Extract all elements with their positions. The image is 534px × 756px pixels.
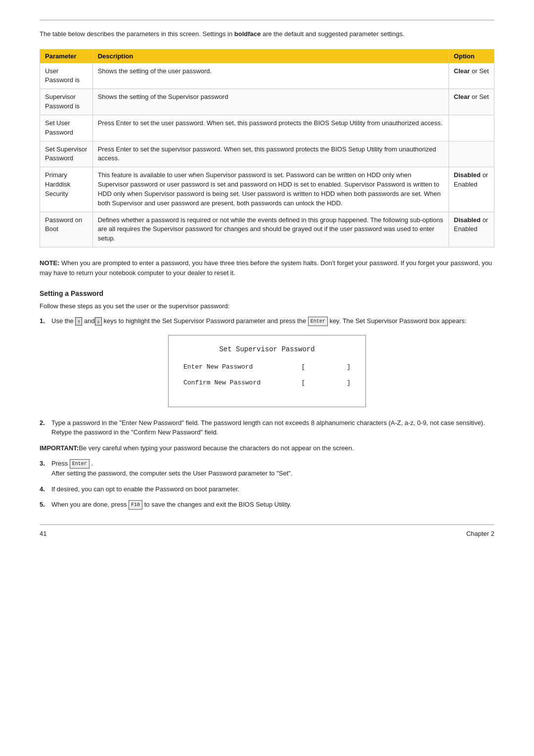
chapter-label: Chapter 2 bbox=[466, 530, 494, 537]
top-rule bbox=[40, 20, 494, 20]
option-set-supervisor-password bbox=[448, 141, 494, 167]
steps-list: 1. Use the ↑ and↓ keys to highlight the … bbox=[40, 316, 494, 326]
step-2-num: 2. bbox=[40, 418, 51, 437]
intro-text-before: The table below describes the parameters… bbox=[40, 30, 234, 38]
desc-password-on-boot: Defines whether a password is required o… bbox=[92, 212, 448, 247]
bracket-close-icon: ] bbox=[347, 363, 351, 371]
section-intro-text: Follow these steps as you set the user o… bbox=[40, 301, 494, 311]
password-confirm-bracket: [ ] bbox=[301, 379, 351, 387]
desc-set-supervisor-password: Press Enter to set the supervisor passwo… bbox=[92, 141, 448, 167]
password-dialog-title: Set Supervisor Password bbox=[183, 345, 351, 353]
step-5-num: 5. bbox=[40, 500, 51, 510]
bracket-open-icon: [ bbox=[301, 363, 305, 371]
param-supervisor-password-is: Supervisor Password is bbox=[40, 89, 93, 115]
col-header-option: Option bbox=[448, 49, 494, 63]
param-primary-harddisk: Primary Harddisk Security bbox=[40, 167, 93, 212]
password-dialog-wrapper: Set Supervisor Password Enter New Passwo… bbox=[40, 335, 494, 407]
intro-text-after: are the default and suggested parameter … bbox=[261, 30, 404, 38]
desc-set-user-password: Press Enter to set the user password. Wh… bbox=[92, 115, 448, 141]
step-2: 2. Type a password in the "Enter New Pas… bbox=[40, 418, 494, 437]
col-header-description: Description bbox=[92, 49, 448, 63]
down-arrow-icon: ↓ bbox=[95, 317, 102, 326]
step-3-sub: After setting the password, the computer… bbox=[51, 470, 293, 477]
option-primary-harddisk: Disabled or Enabled bbox=[448, 167, 494, 212]
table-row: Set User Password Press Enter to set the… bbox=[40, 115, 494, 141]
col-header-parameter: Parameter bbox=[40, 49, 93, 63]
table-row: Primary Harddisk Security This feature i… bbox=[40, 167, 494, 212]
password-enter-label: Enter New Password bbox=[183, 363, 297, 371]
password-enter-field bbox=[306, 363, 346, 371]
table-row: Password on Boot Defines whether a passw… bbox=[40, 212, 494, 247]
step-4: 4. If desired, you can opt to enable the… bbox=[40, 484, 494, 494]
step-1: 1. Use the ↑ and↓ keys to highlight the … bbox=[40, 316, 494, 326]
table-row: User Password is Shows the setting of th… bbox=[40, 63, 494, 89]
step-5-content: When you are done, press F10 to save the… bbox=[51, 500, 291, 510]
parameters-table: Parameter Description Option User Passwo… bbox=[40, 49, 494, 248]
password-confirm-label: Confirm New Password bbox=[183, 379, 297, 386]
table-row: Set Supervisor Password Press Enter to s… bbox=[40, 141, 494, 167]
intro-bold: boldface bbox=[234, 30, 261, 38]
step-5: 5. When you are done, press F10 to save … bbox=[40, 500, 494, 510]
step-4-content: If desired, you can opt to enable the Pa… bbox=[51, 484, 239, 494]
f10-key-icon: F10 bbox=[129, 500, 142, 510]
page-number: 41 bbox=[40, 530, 46, 537]
param-set-user-password: Set User Password bbox=[40, 115, 93, 141]
bracket-close-icon-2: ] bbox=[347, 379, 351, 386]
password-row-enter: Enter New Password [ ] bbox=[183, 363, 351, 371]
step-2-content: Type a password in the "Enter New Passwo… bbox=[51, 418, 494, 437]
note-text: When you are prompted to enter a passwor… bbox=[40, 259, 492, 277]
important-text: Be very careful when typing your passwor… bbox=[79, 444, 354, 452]
option-user-password-is: Clear or Set bbox=[448, 63, 494, 89]
password-row-confirm: Confirm New Password [ ] bbox=[183, 379, 351, 387]
important-note: IMPORTANT:Be very careful when typing yo… bbox=[40, 443, 494, 453]
up-arrow-icon: ↑ bbox=[75, 317, 82, 326]
step-4-num: 4. bbox=[40, 484, 51, 494]
step-3-content: Press Enter . After setting the password… bbox=[51, 459, 293, 478]
page-footer: 41 Chapter 2 bbox=[40, 530, 494, 537]
bracket-open-icon-2: [ bbox=[301, 379, 305, 386]
password-confirm-field bbox=[306, 379, 346, 387]
steps-list-cont: 2. Type a password in the "Enter New Pas… bbox=[40, 418, 494, 437]
setting-password-heading: Setting a Password bbox=[40, 289, 494, 297]
desc-supervisor-password-is: Shows the setting of the Supervisor pass… bbox=[92, 89, 448, 115]
password-dialog: Set Supervisor Password Enter New Passwo… bbox=[168, 335, 366, 407]
param-user-password-is: User Password is bbox=[40, 63, 93, 89]
param-password-on-boot: Password on Boot bbox=[40, 212, 93, 247]
note-block: NOTE: When you are prompted to enter a p… bbox=[40, 258, 494, 278]
intro-paragraph: The table below describes the parameters… bbox=[40, 29, 494, 39]
table-row: Supervisor Password is Shows the setting… bbox=[40, 89, 494, 115]
desc-primary-harddisk: This feature is available to user when S… bbox=[92, 167, 448, 212]
step-3: 3. Press Enter . After setting the passw… bbox=[40, 459, 494, 478]
step-1-content: Use the ↑ and↓ keys to highlight the Set… bbox=[51, 316, 466, 326]
steps-list-final: 3. Press Enter . After setting the passw… bbox=[40, 459, 494, 510]
param-set-supervisor-password: Set Supervisor Password bbox=[40, 141, 93, 167]
step-3-num: 3. bbox=[40, 459, 51, 478]
option-supervisor-password-is: Clear or Set bbox=[448, 89, 494, 115]
note-label: NOTE: bbox=[40, 259, 59, 267]
step-1-num: 1. bbox=[40, 316, 51, 326]
password-enter-bracket: [ ] bbox=[301, 363, 351, 371]
desc-user-password-is: Shows the setting of the user password. bbox=[92, 63, 448, 89]
enter-key-icon-2: Enter bbox=[70, 459, 89, 469]
important-label: IMPORTANT: bbox=[40, 444, 79, 452]
enter-key-icon: Enter bbox=[308, 317, 328, 326]
option-password-on-boot: Disabled or Enabled bbox=[448, 212, 494, 247]
option-set-user-password bbox=[448, 115, 494, 141]
bottom-rule bbox=[40, 524, 494, 525]
